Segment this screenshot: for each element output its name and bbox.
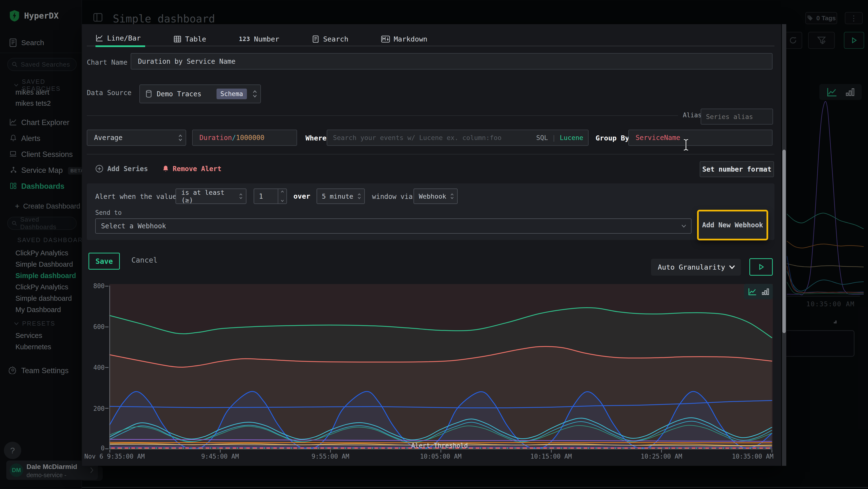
stepper-arrows[interactable] xyxy=(278,189,286,203)
preview-chart: 800 600 400 200 0 Nov 6 9:35:00 AM 9:45:… xyxy=(87,284,774,464)
window-via-label: window via xyxy=(372,193,413,201)
tab-table[interactable]: Table xyxy=(174,31,211,47)
row-divider xyxy=(87,154,774,154)
x-tick: 10:15:00 AM xyxy=(530,453,572,460)
webhook-select[interactable]: Select a Webhook xyxy=(95,219,691,234)
play-icon xyxy=(757,263,765,270)
alias-label: Alias xyxy=(683,112,702,119)
chart-name-input[interactable] xyxy=(131,53,773,69)
field-separator: / xyxy=(232,134,236,142)
x-tick: 10:05:00 AM xyxy=(420,453,462,460)
text-cursor-pointer xyxy=(682,139,690,151)
tab-line-bar[interactable]: Line/Bar xyxy=(95,31,145,47)
x-tick: 9:55:00 AM xyxy=(311,453,349,460)
group-by-input[interactable] xyxy=(628,130,773,146)
series-divider xyxy=(87,115,678,116)
chevron-down-icon xyxy=(729,265,735,269)
y-tick-mark xyxy=(105,286,108,287)
alert-intro-label: Alert when the value xyxy=(95,193,177,201)
aggregation-field-input[interactable]: Duration/1000000 xyxy=(192,130,297,146)
where-label: Where xyxy=(306,134,327,142)
y-tick-mark xyxy=(105,326,108,327)
modal-scrollbar[interactable] xyxy=(782,24,786,466)
alert-value-stepper[interactable]: 1 xyxy=(254,189,287,204)
cancel-button[interactable]: Cancel xyxy=(131,256,157,264)
schema-badge: Schema xyxy=(217,89,247,99)
chevron-down-icon xyxy=(281,200,284,202)
remove-alert-button[interactable]: Remove Alert xyxy=(162,165,221,173)
alert-condition-select[interactable]: is at least (≥) xyxy=(176,189,246,204)
select-updown-icon xyxy=(253,90,257,98)
y-tick: 800 xyxy=(88,282,105,290)
alert-window-select[interactable]: 5 minute xyxy=(317,189,365,204)
y-tick-mark xyxy=(105,408,108,409)
chart-plot-area[interactable] xyxy=(109,284,773,450)
y-tick: 200 xyxy=(88,405,105,412)
x-tick: Nov 6 9:35:00 AM xyxy=(84,453,145,460)
set-number-format-button[interactable]: Set number format xyxy=(700,161,774,177)
select-updown-icon xyxy=(179,134,182,141)
table-icon xyxy=(174,35,181,43)
database-icon xyxy=(145,90,152,98)
over-label: over xyxy=(293,192,310,200)
x-tick: 10:25:00 AM xyxy=(641,453,682,460)
send-to-label: Send to xyxy=(95,209,122,216)
aggregation-fn-select[interactable]: Average xyxy=(87,130,186,146)
chevron-down-icon xyxy=(681,225,686,228)
x-tick-mark xyxy=(220,450,221,453)
tab-number[interactable]: 123 Number xyxy=(239,31,283,47)
scrollbar-thumb[interactable] xyxy=(782,150,786,333)
y-tick: 400 xyxy=(88,364,105,371)
alert-config-panel: Alert when the value is at least (≥) 1 o… xyxy=(87,183,774,240)
y-tick: 0 xyxy=(88,444,105,452)
x-tick: 10:35:00 AM xyxy=(732,453,774,460)
line-chart-icon xyxy=(748,287,757,296)
select-updown-icon xyxy=(239,193,243,200)
bar-chart-icon xyxy=(762,288,769,295)
search-doc-icon xyxy=(312,35,319,43)
chart-name-label: Chart Name xyxy=(87,58,128,66)
select-updown-icon xyxy=(451,193,454,200)
markdown-icon xyxy=(381,35,390,43)
tab-search[interactable]: Search xyxy=(312,31,353,47)
y-tick-mark xyxy=(105,449,108,449)
alert-channel-select[interactable]: Webhook xyxy=(413,189,458,204)
line-chart-icon xyxy=(95,34,103,42)
field-denominator: 1000000 xyxy=(236,134,265,142)
tab-markdown[interactable]: Markdown xyxy=(381,31,432,47)
granularity-select[interactable]: Auto Granularity xyxy=(651,259,741,276)
x-tick-mark xyxy=(110,450,110,453)
x-tick-mark xyxy=(661,450,662,453)
y-tick: 600 xyxy=(88,323,105,330)
y-tick-mark xyxy=(105,367,108,368)
x-tick-mark xyxy=(551,450,552,453)
number-123-icon: 123 xyxy=(239,36,250,42)
save-button[interactable]: Save xyxy=(89,253,120,269)
data-source-label: Data Source xyxy=(87,89,131,97)
x-tick-mark xyxy=(330,450,331,453)
add-series-button[interactable]: Add Series xyxy=(95,165,148,173)
add-new-webhook-button[interactable]: Add New Webhook xyxy=(697,210,768,240)
field-name: Duration xyxy=(199,134,232,142)
select-updown-icon xyxy=(358,193,361,200)
series-alias-input[interactable] xyxy=(701,109,773,124)
chevron-up-icon xyxy=(281,191,284,193)
data-source-select[interactable]: Demo Traces Schema xyxy=(140,84,261,103)
x-tick-mark xyxy=(440,450,441,453)
bell-icon xyxy=(162,165,169,173)
where-search-input[interactable]: Search your events w/ Lucene ex. column:… xyxy=(327,130,589,146)
group-by-label: Group By xyxy=(595,134,629,142)
circle-plus-icon xyxy=(95,165,103,173)
where-placeholder: Search your events w/ Lucene ex. column:… xyxy=(333,134,501,141)
app-root: Simple dashboard 0 Tags ⋮ xyxy=(0,0,868,489)
x-tick: 9:45:00 AM xyxy=(201,453,239,460)
data-source-value: Demo Traces xyxy=(157,90,201,98)
chart-type-toggle[interactable] xyxy=(744,284,773,299)
run-preview-button[interactable] xyxy=(749,258,773,276)
edit-chart-modal: Line/Bar Table 123 Number xyxy=(82,24,781,466)
x-tick-mark xyxy=(772,450,772,453)
chart-type-tabbar: Line/Bar Table 123 Number xyxy=(87,31,774,46)
alert-threshold-label: Alert Threshold xyxy=(411,442,468,449)
query-language-toggle[interactable]: SQL | Lucene xyxy=(536,134,583,141)
